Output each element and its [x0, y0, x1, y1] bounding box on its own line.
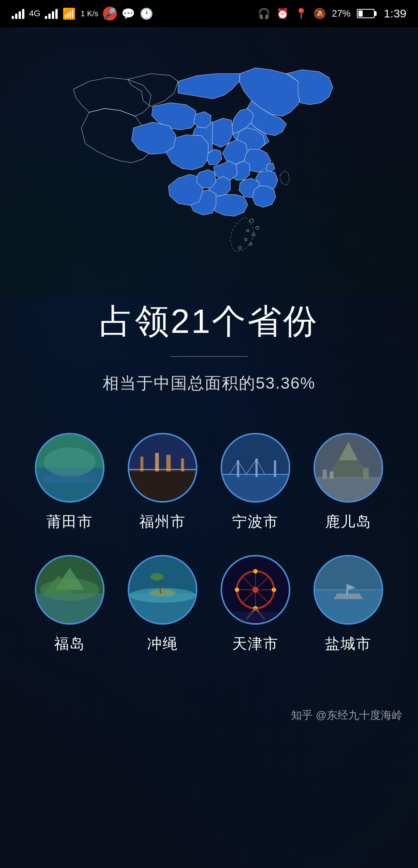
- area-percentage: 相当于中国总面积的53.36%: [23, 372, 395, 394]
- svg-rect-59: [222, 612, 289, 623]
- svg-point-1: [256, 226, 259, 229]
- svg-point-45: [150, 573, 163, 580]
- city-avatar-yancheng: [314, 555, 383, 625]
- svg-point-4: [245, 238, 247, 241]
- city-item-kagoshima[interactable]: 鹿儿岛: [310, 433, 387, 532]
- svg-rect-66: [315, 556, 382, 590]
- extra-icon: 🕐: [140, 7, 153, 20]
- province-count-title: 占领21个省份: [23, 298, 395, 344]
- headphone-icon: 🎧: [258, 8, 270, 20]
- svg-point-56: [235, 587, 239, 592]
- city-avatar-tianjin: [221, 555, 290, 625]
- city-image-fuzhou: [129, 434, 196, 501]
- svg-rect-19: [222, 475, 289, 501]
- city-item-fukushima[interactable]: 福岛: [31, 555, 108, 654]
- city-avatar-ningbo: [221, 433, 290, 503]
- city-name-putian: 莆田市: [46, 512, 93, 532]
- city-item-tianjin[interactable]: 天津市: [217, 555, 294, 654]
- location-icon: 📍: [295, 8, 307, 20]
- wechat-icon: 💬: [122, 7, 135, 20]
- svg-point-53: [253, 569, 257, 573]
- svg-rect-15: [155, 453, 159, 472]
- city-avatar-fukushima: [35, 555, 104, 625]
- mute-icon: 🔕: [314, 8, 326, 20]
- battery-percent: 27%: [332, 8, 351, 19]
- svg-rect-23: [274, 460, 276, 477]
- china-map: [50, 50, 368, 275]
- svg-rect-32: [322, 470, 327, 479]
- city-avatar-okinawa: [128, 555, 197, 625]
- svg-point-0: [250, 219, 254, 223]
- svg-point-9: [44, 447, 96, 477]
- status-left: 4G 📶 1 K/s 🎤 💬 🕐: [12, 7, 153, 21]
- city-row-1: 莆田市 福州市: [23, 433, 395, 532]
- watermark-text: 知乎 @东经九十度海岭: [291, 709, 403, 721]
- network-type: 4G: [29, 9, 40, 19]
- svg-rect-12: [129, 472, 196, 501]
- upload-speed: 1 K/s: [81, 9, 98, 18]
- city-image-ningbo: [222, 434, 289, 501]
- city-image-yancheng: [315, 556, 382, 623]
- svg-point-54: [272, 587, 276, 592]
- alarm-icon: ⏰: [276, 8, 289, 20]
- divider: [170, 356, 248, 357]
- city-item-putian[interactable]: 莆田市: [31, 433, 108, 532]
- svg-marker-62: [334, 594, 363, 599]
- city-image-okinawa: [129, 556, 196, 623]
- city-item-fuzhou[interactable]: 福州市: [124, 433, 201, 532]
- svg-point-5: [250, 243, 252, 245]
- svg-rect-14: [140, 456, 144, 471]
- signal-icon: [12, 8, 24, 19]
- city-avatar-fuzhou: [128, 433, 197, 503]
- svg-rect-22: [255, 458, 258, 477]
- time-display: 1:39: [384, 7, 406, 20]
- svg-point-2: [247, 229, 249, 232]
- svg-point-6: [238, 246, 242, 250]
- city-name-tianjin: 天津市: [232, 634, 279, 654]
- svg-rect-33: [330, 472, 334, 479]
- svg-rect-10: [44, 475, 96, 482]
- city-item-yancheng[interactable]: 盐城市: [310, 555, 387, 654]
- city-item-okinawa[interactable]: 冲绳: [124, 555, 201, 654]
- battery-icon: [357, 9, 375, 18]
- city-image-fukushima: [36, 556, 103, 623]
- mic-icon: 🎤: [103, 7, 117, 21]
- city-item-ningbo[interactable]: 宁波市: [217, 433, 294, 532]
- city-image-tianjin: [222, 556, 289, 623]
- city-name-okinawa: 冲绳: [147, 634, 178, 654]
- svg-rect-34: [363, 468, 368, 479]
- status-bar: 4G 📶 1 K/s 🎤 💬 🕐 🎧 ⏰ 📍 🔕 27% 1:39: [0, 0, 418, 27]
- signal2-icon: [45, 8, 58, 19]
- city-avatar-kagoshima: [314, 433, 383, 503]
- city-row-2: 福岛: [23, 555, 395, 654]
- stats-section: 占领21个省份 相当于中国总面积的53.36%: [0, 291, 418, 417]
- city-name-fukushima: 福岛: [54, 634, 85, 654]
- svg-rect-31: [315, 477, 382, 501]
- city-name-ningbo: 宁波市: [232, 512, 279, 532]
- svg-rect-16: [166, 455, 171, 472]
- city-name-fuzhou: 福州市: [139, 512, 186, 532]
- city-name-kagoshima: 鹿儿岛: [325, 512, 372, 532]
- watermark: 知乎 @东经九十度海岭: [0, 708, 418, 738]
- svg-rect-17: [181, 458, 184, 471]
- city-name-yancheng: 盐城市: [325, 634, 372, 654]
- cities-section: 莆田市 福州市: [0, 417, 418, 708]
- city-image-kagoshima: [315, 434, 382, 501]
- city-image-putian: [36, 434, 103, 501]
- city-avatar-putian: [35, 433, 104, 503]
- status-right: 🎧 ⏰ 📍 🔕 27% 1:39: [258, 7, 406, 20]
- svg-point-43: [150, 589, 176, 596]
- wifi-icon: 📶: [62, 7, 76, 20]
- map-section: [0, 27, 418, 291]
